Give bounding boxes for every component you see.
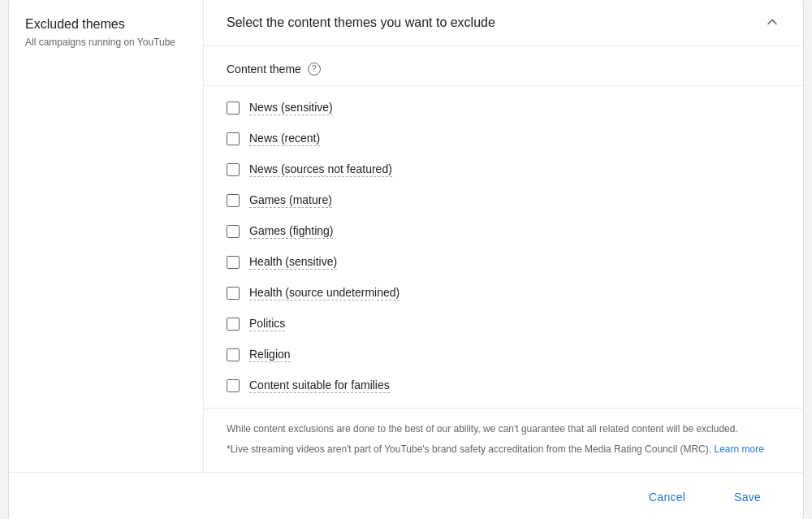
checkbox-health_source_undetermined[interactable]: [227, 287, 240, 300]
checkbox-row: News (recent): [227, 123, 780, 154]
footnote-line2-text: *Live streaming videos aren't part of Yo…: [227, 443, 711, 455]
checkbox-row: Religion: [227, 340, 780, 370]
checkbox-row: News (sensitive): [227, 93, 780, 123]
checkbox-row: Games (fighting): [227, 216, 780, 247]
main-content: Select the content themes you want to ex…: [204, 0, 803, 472]
checkbox-label-politics[interactable]: Politics: [249, 317, 285, 331]
checkbox-row: Health (source undetermined): [227, 278, 780, 309]
checkbox-religion[interactable]: [227, 348, 240, 361]
section-header: Content theme ?: [204, 46, 803, 86]
checkbox-news_sensitive[interactable]: [227, 102, 240, 115]
main-header: Select the content themes you want to ex…: [204, 0, 803, 46]
checkbox-row: Games (mature): [227, 185, 780, 216]
checkbox-content_suitable_families[interactable]: [227, 379, 240, 392]
collapse-icon[interactable]: [764, 14, 780, 32]
checkbox-politics[interactable]: [227, 318, 240, 331]
checkbox-label-content_suitable_families[interactable]: Content suitable for families: [249, 378, 390, 393]
checkbox-label-news_recent[interactable]: News (recent): [249, 132, 320, 146]
checkbox-row: Content suitable for families: [227, 370, 780, 401]
checkbox-label-news_sensitive[interactable]: News (sensitive): [249, 101, 333, 115]
footnote-line2: *Live streaming videos aren't part of Yo…: [227, 442, 780, 457]
checkbox-label-games_mature[interactable]: Games (mature): [249, 193, 332, 208]
content-theme-label: Content theme: [227, 63, 301, 76]
sidebar-subtitle: All campaigns running on YouTube: [25, 37, 187, 48]
sidebar: Excluded themes All campaigns running on…: [9, 0, 204, 472]
cancel-button[interactable]: Cancel: [629, 484, 705, 510]
footer: Cancel Save: [9, 472, 803, 519]
checkbox-news_recent[interactable]: [227, 132, 240, 145]
checkbox-games_mature[interactable]: [227, 194, 240, 207]
sidebar-title: Excluded themes: [25, 17, 187, 32]
checkboxes-area: News (sensitive)News (recent)News (sourc…: [204, 86, 803, 408]
checkbox-label-news_sources_not_featured[interactable]: News (sources not featured): [249, 162, 392, 177]
checkbox-games_fighting[interactable]: [227, 225, 240, 238]
checkbox-row: Politics: [227, 309, 780, 340]
help-icon[interactable]: ?: [308, 63, 321, 76]
footnote-area: While content exclusions are done to the…: [204, 408, 803, 472]
save-button[interactable]: Save: [715, 484, 780, 510]
checkbox-news_sources_not_featured[interactable]: [227, 163, 240, 176]
main-header-title: Select the content themes you want to ex…: [227, 15, 495, 30]
checkbox-label-games_fighting[interactable]: Games (fighting): [249, 224, 333, 239]
checkbox-label-health_sensitive[interactable]: Health (sensitive): [249, 255, 337, 270]
modal-body: Excluded themes All campaigns running on…: [9, 0, 803, 472]
footnote-line1: While content exclusions are done to the…: [227, 422, 780, 437]
checkbox-row: News (sources not featured): [227, 154, 780, 185]
checkbox-health_sensitive[interactable]: [227, 256, 240, 269]
checkbox-label-religion[interactable]: Religion: [249, 348, 291, 362]
learn-more-link[interactable]: Learn more: [714, 443, 763, 455]
modal-container: Excluded themes All campaigns running on…: [8, 0, 804, 519]
checkbox-label-health_source_undetermined[interactable]: Health (source undetermined): [249, 286, 400, 301]
checkbox-row: Health (sensitive): [227, 247, 780, 278]
